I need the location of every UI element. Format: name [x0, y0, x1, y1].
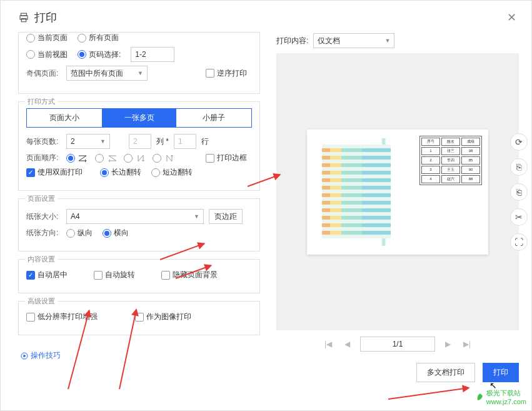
select-print-content[interactable]: 仅文档▼	[313, 33, 394, 48]
preview-page: 序号姓名成绩 1张三98 2李四85 3王五90 4赵六88	[307, 129, 488, 255]
order-nup-icon	[164, 154, 175, 163]
tab-booklet[interactable]: 小册子	[176, 109, 251, 127]
dialog-title: 打印	[18, 10, 57, 25]
cols-input[interactable]: 2	[129, 134, 151, 149]
radio-flip-short[interactable]: 短边翻转	[151, 167, 193, 178]
orientation-label: 纸张方向:	[26, 228, 61, 238]
preview-area: 序号姓名成绩 1张三98 2李四85 3王五90 4赵六88 ⟳ ⎘ ⎗ ✂ ⛶	[276, 53, 519, 330]
checkbox-hide-bg[interactable]: 隐藏页面背景	[161, 270, 218, 280]
multi-doc-print-button[interactable]: 多文档打印	[416, 363, 475, 382]
close-button[interactable]: ✕	[504, 8, 519, 27]
radio-portrait[interactable]: 纵向	[66, 228, 93, 238]
radio-order-4[interactable]	[153, 154, 175, 163]
pager-next[interactable]: ▶	[443, 338, 453, 350]
group-title-advanced: 高级设置	[25, 297, 58, 306]
pager-last[interactable]: ▶|	[461, 338, 473, 350]
play-icon	[21, 352, 28, 360]
odd-even-label: 奇偶页面:	[26, 68, 61, 79]
paper-size-label: 纸张大小:	[26, 211, 61, 222]
group-title-method: 打印方式	[25, 97, 58, 106]
pager-prev[interactable]: ◀	[342, 338, 353, 350]
print-button[interactable]: 打印	[483, 363, 519, 382]
radio-current-page[interactable]: 当前页面	[26, 33, 68, 43]
page-select-input[interactable]: 1-2	[131, 47, 174, 62]
checkbox-print-border[interactable]: 打印边框	[206, 153, 247, 163]
svg-rect-2	[21, 19, 26, 22]
page-order-label: 页面顺序:	[26, 153, 61, 163]
print-content-label: 打印内容:	[276, 36, 308, 46]
tips-link[interactable]: 操作技巧	[18, 350, 61, 361]
margins-button[interactable]: 页边距	[209, 209, 243, 224]
radio-all-pages[interactable]: 所有页面	[78, 33, 119, 43]
checkbox-as-image[interactable]: 作为图像打印	[135, 312, 191, 322]
annotation-arrow	[388, 387, 469, 400]
leaf-icon	[476, 393, 484, 402]
checkbox-auto-rotate[interactable]: 自动旋转	[94, 270, 135, 280]
radio-page-select[interactable]: 页码选择:	[78, 49, 121, 60]
order-ndown-icon	[135, 154, 146, 163]
checkbox-duplex[interactable]: 使用双面打印	[26, 167, 83, 178]
preview-table: 序号姓名成绩 1张三98 2李四85 3王五90 4赵六88	[419, 136, 482, 185]
order-zright-icon	[78, 154, 89, 163]
group-title-content: 内容设置	[25, 255, 58, 264]
radio-flip-long[interactable]: 长边翻转	[100, 167, 141, 178]
tool-page-next[interactable]: ⎘	[510, 158, 528, 176]
pager-first[interactable]: |◀	[322, 338, 334, 350]
checkbox-reverse-print[interactable]: 逆序打印	[206, 68, 247, 79]
radio-order-2[interactable]	[95, 154, 118, 163]
order-zleft-icon	[106, 154, 118, 163]
radio-landscape[interactable]: 横向	[103, 228, 129, 238]
checkbox-auto-center[interactable]: 自动居中	[26, 270, 68, 280]
tool-fullscreen[interactable]: ⛶	[510, 233, 528, 251]
checkbox-lowres[interactable]: 低分辨率打印增强	[26, 312, 98, 322]
select-odd-even[interactable]: 范围中所有页面▼	[66, 66, 148, 81]
radio-order-3[interactable]	[124, 154, 146, 163]
tab-multi-page[interactable]: 一张多页	[102, 109, 177, 127]
select-paper-size[interactable]: A4▼	[66, 209, 204, 224]
tool-crop[interactable]: ✂	[510, 208, 528, 226]
rows-input[interactable]: 1	[174, 134, 196, 149]
pager-input[interactable]: 1/1	[360, 337, 435, 352]
print-icon	[18, 12, 29, 23]
group-title-page-setup: 页面设置	[25, 194, 58, 203]
tabs-print-method: 页面大小 一张多页 小册子	[26, 108, 252, 128]
dialog-title-text: 打印	[34, 10, 57, 25]
select-pages-per-sheet[interactable]: 2▼	[66, 134, 110, 149]
tab-page-size[interactable]: 页面大小	[27, 109, 102, 127]
pages-per-sheet-label: 每张页数:	[26, 136, 61, 147]
radio-current-view[interactable]: 当前视图	[26, 49, 68, 60]
tool-rotate[interactable]: ⟳	[510, 133, 528, 151]
watermark: 极光下载站www.jz7.com	[476, 388, 526, 405]
tool-page-prev[interactable]: ⎗	[510, 183, 528, 201]
radio-order-1[interactable]	[66, 154, 89, 163]
